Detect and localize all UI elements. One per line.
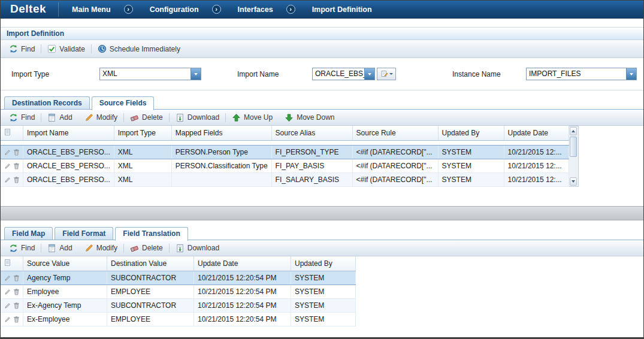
scroll-track[interactable] [570,157,578,177]
dropdown-caret-icon [389,73,393,75]
column-header-updated-by[interactable]: Updated By [438,126,504,141]
tab-source-fields[interactable]: Source Fields [92,96,155,110]
table-row[interactable]: Ex-Agency Temp SUBCONTRACTOR 10/21/2015 … [1,299,356,313]
table-row[interactable]: Ex-Employee EMPLOYEE 10/21/2015 12:20:54… [1,313,356,326]
download-icon [176,244,185,253]
delete-label: Delete [142,113,163,122]
cell-source-alias: FI_SALARY_BASIS [271,173,352,187]
cell-import-name: ORACLE_EBS_PERSO... [23,146,114,159]
panel-splitter[interactable] [1,206,643,220]
column-header-update-date[interactable]: Update Date [194,256,291,271]
scroll-down-icon[interactable] [570,177,577,186]
delete-button[interactable]: Delete [124,244,169,253]
find-icon [9,244,18,253]
tab-field-translation[interactable]: Field Translation [115,227,188,241]
edit-row-icon[interactable] [4,149,11,156]
cell-update-date: 10/21/2015 12:... [504,146,569,159]
table-row[interactable]: ORACLE_EBS_PERSO... XML PERSON.Classific… [1,159,569,173]
edit-row-icon[interactable] [4,302,11,310]
spacer [1,19,643,27]
edit-row-icon[interactable] [4,162,11,170]
delete-row-icon[interactable] [13,316,20,323]
move-up-button[interactable]: Move Up [226,113,279,122]
column-header-mapped-fields[interactable]: Mapped Fields [171,126,271,141]
add-icon [47,113,56,122]
column-header-update-date[interactable]: Update Date [504,126,569,141]
download-icon [176,113,185,122]
menu-interfaces[interactable]: Interfaces [238,5,273,14]
tab-destination-records[interactable]: Destination Records [4,96,90,110]
edit-row-icon[interactable] [4,176,11,184]
cell-import-type: XML [114,146,171,159]
column-header-import-name[interactable]: Import Name [23,126,114,141]
cell-updated-by: SYSTEM [291,299,356,313]
find-button[interactable]: Find [3,44,41,53]
table-row[interactable]: Agency Temp SUBCONTRACTOR 10/21/2015 12:… [1,271,356,285]
edit-row-icon[interactable] [4,288,11,296]
chevron-right-icon[interactable]: › [124,5,133,14]
menu-import-definition[interactable]: Import Definition [312,5,372,14]
column-header-updated-by[interactable]: Updated By [291,256,356,271]
delete-row-icon[interactable] [13,149,20,156]
column-header-source-value[interactable]: Source Value [23,256,107,271]
scroll-up-icon[interactable] [570,127,577,135]
column-header-import-type[interactable]: Import Type [114,126,171,141]
dropdown-arrow-icon[interactable] [364,68,374,80]
import-name-select[interactable]: ORACLE_EBS_PERSON2 [312,68,375,80]
deltek-logo: Deltek [1,2,59,17]
delete-row-icon[interactable] [13,176,20,184]
table-row[interactable]: ORACLE_EBS_PERSO... XML FI_SALARY_BASIS … [1,173,569,187]
modify-button[interactable]: Modify [78,113,123,122]
import-name-lookup-button[interactable] [377,68,396,80]
delete-row-icon[interactable] [13,288,20,296]
cell-updated-by: SYSTEM [291,285,356,299]
import-name-label: Import Name [237,70,312,78]
instance-name-select[interactable]: IMPORT_FILES [526,68,637,80]
add-button[interactable]: Add [41,244,78,253]
modify-button[interactable]: Modify [78,244,123,253]
menu-main-menu[interactable]: Main Menu [72,5,111,14]
column-header-source-alias[interactable]: Source Alias [271,126,352,141]
eraser-icon [130,113,139,122]
instance-name-value: IMPORT_FILES [527,68,626,80]
dropdown-arrow-icon[interactable] [626,68,636,80]
source-fields-toolbar: Find Add Modify Delete Download Move Up … [1,110,643,126]
dropdown-arrow-icon[interactable] [191,68,201,80]
delete-row-icon[interactable] [13,302,20,310]
validate-button[interactable]: Validate [41,44,90,53]
download-button[interactable]: Download [170,244,225,253]
chevron-right-icon[interactable]: › [286,5,295,14]
delete-button[interactable]: Delete [124,113,169,122]
import-name-value: ORACLE_EBS_PERSON2 [313,68,364,80]
column-header-source-rule[interactable]: Source Rule [352,126,438,141]
tab-field-format[interactable]: Field Format [55,227,113,240]
download-button[interactable]: Download [170,113,225,122]
scroll-thumb[interactable] [570,137,577,157]
find-button[interactable]: Find [3,113,41,122]
tab-field-map[interactable]: Field Map [4,227,53,240]
delete-row-icon[interactable] [13,162,20,170]
schedule-immediately-button[interactable]: Schedule Immediately [92,44,186,53]
find-label: Find [21,113,35,122]
cell-updated-by: SYSTEM [291,271,356,285]
delete-row-icon[interactable] [13,274,20,282]
pencil-icon [84,113,93,122]
table-row[interactable]: Employee EMPLOYEE 10/21/2015 12:20:54 PM… [1,285,356,299]
move-down-button[interactable]: Move Down [279,113,340,122]
add-button[interactable]: Add [41,113,78,122]
find-icon [9,113,18,122]
menu-configuration[interactable]: Configuration [150,5,199,14]
select-rows-icon[interactable] [4,128,11,136]
move-down-label: Move Down [297,113,334,122]
table-row[interactable]: ORACLE_EBS_PERSO... XML PERSON.Person Ty… [1,146,569,159]
cell-import-type: XML [114,159,171,173]
vertical-scrollbar[interactable] [569,126,579,187]
find-button[interactable]: Find [3,244,41,253]
chevron-right-icon[interactable]: › [212,5,221,14]
import-type-select[interactable]: XML [99,68,201,80]
select-rows-icon[interactable] [4,259,11,267]
edit-row-icon[interactable] [4,316,11,323]
edit-row-icon[interactable] [4,274,11,282]
add-label: Add [59,244,72,252]
column-header-destination-value[interactable]: Destination Value [107,256,194,271]
